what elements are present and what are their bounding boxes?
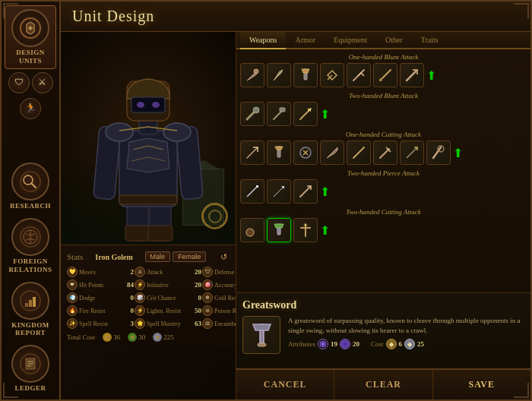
encumbrance-label: Encumbrance xyxy=(214,320,236,327)
weapon-item[interactable] xyxy=(240,218,264,242)
mini-icon-3[interactable]: 🏃 xyxy=(20,98,41,119)
tab-other[interactable]: Other xyxy=(376,32,412,49)
svg-point-24 xyxy=(106,123,133,141)
female-gender-btn[interactable]: Female xyxy=(173,251,206,262)
fire-value: 0 xyxy=(119,307,134,314)
lightning-value: 50 xyxy=(186,307,201,314)
tab-weapons[interactable]: Weapons xyxy=(240,32,286,49)
stats-header: Stats Iron Golem Male Female ↺ xyxy=(67,251,230,262)
defense-label: Defense xyxy=(214,269,236,276)
selected-weapon-info: Greatsword A greatsword of surpassing qu… xyxy=(236,292,530,368)
cat-1h-blunt-title: One-handed Blunt Attack xyxy=(240,53,527,61)
tab-traits[interactable]: Traits xyxy=(412,32,448,49)
weapon-item[interactable] xyxy=(320,63,344,87)
weapon-item[interactable] xyxy=(373,141,397,165)
dodge-value: 0 xyxy=(119,294,134,302)
upgrade-arrow[interactable]: ⬆ xyxy=(453,146,463,160)
weapon-detail: A greatsword of surpassing quality, know… xyxy=(242,316,524,354)
mini-icon-2[interactable]: ⚔ xyxy=(32,72,53,93)
upgrade-arrow[interactable]: ⬆ xyxy=(320,223,330,238)
svg-line-3 xyxy=(32,184,36,188)
foreign-relations-icon xyxy=(11,218,49,256)
tab-equipment[interactable]: Equipment xyxy=(325,32,376,49)
attr-icon-1 xyxy=(318,339,328,349)
upgrade-arrow[interactable]: ⬆ xyxy=(426,68,436,83)
middle-section: Stats Iron Golem Male Female ↺ 💛 xyxy=(61,32,530,399)
weapon-item[interactable] xyxy=(293,102,318,126)
fire-label: Fire Resist xyxy=(79,308,117,314)
sidebar-item-kingdom-report[interactable]: KingdomReport xyxy=(5,279,56,341)
bottom-buttons: CANCEL CLEAR SAVE xyxy=(236,368,530,399)
svg-rect-18 xyxy=(125,226,150,241)
total-cost: Total Cost ◆ 36 ◆ 30 ◆ 225 xyxy=(67,333,230,342)
weapon-item[interactable] xyxy=(400,141,424,165)
weapon-item[interactable] xyxy=(347,141,371,165)
weapon-item[interactable] xyxy=(240,102,264,126)
stat-dodge: 💨 Dodge 0 xyxy=(67,292,134,304)
food-value: 30 xyxy=(138,333,145,341)
moves-value: 2 xyxy=(119,268,134,276)
cat-2h-pierce-items: ⬆ xyxy=(240,179,527,204)
spell-resist-value: 3 xyxy=(119,320,134,327)
cancel-button[interactable]: CANCEL xyxy=(236,370,334,399)
accuracy-icon: 🎯 xyxy=(202,279,213,290)
gold-value: 36 xyxy=(113,333,120,341)
kingdom-report-icon xyxy=(11,282,49,320)
weapon-item[interactable] xyxy=(267,63,291,87)
cost-label: Cost xyxy=(371,340,384,348)
svg-rect-8 xyxy=(25,303,28,307)
stat-accuracy: 🎯 Accuracy 63 xyxy=(202,279,236,291)
weapon-item[interactable] xyxy=(293,218,318,242)
weapon-cost: Cost ◆ 6 ◆ 25 xyxy=(371,339,424,349)
stats-section: Stats Iron Golem Male Female ↺ 💛 xyxy=(61,245,236,348)
refresh-btn[interactable]: ↺ xyxy=(218,252,230,262)
weapon-item[interactable] xyxy=(293,63,318,87)
crit-icon: 🎲 xyxy=(135,292,145,303)
moves-label: Moves xyxy=(79,269,117,276)
weapon-item[interactable] xyxy=(426,141,451,165)
sidebar-item-research[interactable]: Research xyxy=(5,159,56,213)
weapon-item[interactable] xyxy=(240,179,264,204)
upgrade-arrow[interactable]: ⬆ xyxy=(320,185,330,199)
research-icon xyxy=(11,163,49,200)
cat-1h-cutting-items: ⬆ xyxy=(240,141,527,165)
sidebar-item-foreign-relations[interactable]: ForeignRelations xyxy=(5,215,56,277)
weapon-item[interactable] xyxy=(320,141,344,165)
lightning-label: Lightn. Resist xyxy=(147,308,185,314)
weapon-item[interactable] xyxy=(267,141,291,165)
weapon-item[interactable] xyxy=(373,63,397,87)
stat-moves: 💛 Moves 2 xyxy=(67,266,134,278)
cost-val-1: 6 xyxy=(399,340,403,348)
svg-point-39 xyxy=(246,229,254,236)
weapons-area: One-handed Blunt Attack xyxy=(236,49,530,292)
weapon-item[interactable] xyxy=(240,63,264,87)
upgrade-arrow[interactable]: ⬆ xyxy=(320,107,330,122)
tab-armor[interactable]: Armor xyxy=(286,32,325,49)
weapon-item[interactable] xyxy=(267,179,291,204)
mini-icon-1[interactable]: 🛡 xyxy=(8,72,30,93)
male-gender-btn[interactable]: Male xyxy=(145,251,171,262)
page-title: Unit Design xyxy=(72,8,519,25)
attr-val-2: 20 xyxy=(353,340,359,348)
stat-attack: ⚔ Attack 20 xyxy=(135,266,201,278)
attributes-label: Attributes xyxy=(288,340,315,348)
svg-rect-9 xyxy=(29,300,32,307)
accuracy-label: Accuracy xyxy=(214,282,236,289)
weapon-item[interactable] xyxy=(240,141,264,165)
cost-gold: ◆ 36 xyxy=(103,333,120,342)
weapon-item-greatsword[interactable] xyxy=(267,218,291,242)
clear-button[interactable]: CLEAR xyxy=(334,370,432,399)
hitpoints-label: Hit Points xyxy=(79,282,117,289)
weapon-item[interactable] xyxy=(347,63,371,87)
weapon-item[interactable] xyxy=(293,141,318,165)
crit-value: 0 xyxy=(186,294,201,302)
spell-mastery-value: 63 xyxy=(186,320,201,327)
svg-point-25 xyxy=(163,123,191,141)
weapon-item[interactable] xyxy=(400,63,424,87)
golem-svg xyxy=(87,39,209,245)
cost-val-2: 25 xyxy=(417,340,424,348)
weapon-item[interactable] xyxy=(293,179,318,204)
stat-poison: ☠ Poison Resist 100 xyxy=(202,305,236,317)
weapon-icon-large xyxy=(242,316,280,354)
weapon-item[interactable] xyxy=(267,102,291,126)
